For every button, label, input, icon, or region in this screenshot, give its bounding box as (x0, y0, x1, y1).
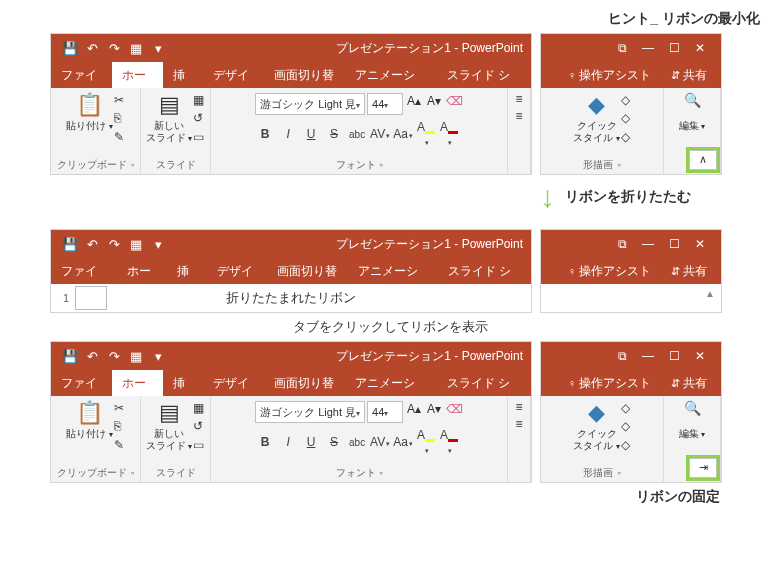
start-icon[interactable]: ▦ (125, 237, 147, 252)
redo-icon[interactable]: ↷ (103, 349, 125, 364)
editing-button[interactable]: 🔍 編集 (670, 92, 714, 133)
clear-format-button[interactable]: ⌫ (445, 94, 463, 114)
tab-home[interactable]: ホーム (117, 258, 167, 284)
font-name-combo[interactable]: 游ゴシック Light 見 (255, 401, 365, 423)
font-size-combo[interactable]: 44 (367, 401, 403, 423)
tab-insert[interactable]: 挿入 (163, 370, 203, 396)
copy-button[interactable]: ⎘ (114, 111, 124, 128)
strike-button[interactable]: S (324, 435, 344, 449)
underline-button[interactable]: U (301, 435, 321, 449)
editing-button[interactable]: 🔍 編集 (670, 400, 714, 441)
dialog-launcher-icon[interactable]: ▫ (380, 160, 383, 170)
section-button[interactable]: ▭ (193, 438, 204, 455)
tab-animation[interactable]: アニメーション (348, 258, 438, 284)
tab-transition[interactable]: 画面切り替え (264, 370, 345, 396)
bullet-button[interactable]: ≡ (515, 400, 522, 417)
bold-button[interactable]: B (255, 127, 275, 141)
redo-icon[interactable]: ↷ (103, 237, 125, 252)
save-icon[interactable]: 💾 (59, 41, 81, 56)
close-button[interactable]: ✕ (687, 349, 713, 363)
shadow-button[interactable]: abc (347, 437, 367, 448)
close-button[interactable]: ✕ (687, 41, 713, 55)
font-size-combo[interactable]: 44 (367, 93, 403, 115)
new-slide-button[interactable]: ▤ 新しい スライド (147, 92, 191, 145)
restore-icon[interactable]: ⧉ (609, 41, 635, 55)
tab-home[interactable]: ホーム (112, 62, 163, 88)
bullet-button[interactable]: ≡ (515, 92, 522, 109)
maximize-button[interactable]: ☐ (661, 237, 687, 251)
format-painter-button[interactable]: ✎ (114, 130, 124, 147)
underline-button[interactable]: U (301, 127, 321, 141)
pin-ribbon-button[interactable]: ⇥ (689, 458, 717, 478)
maximize-button[interactable]: ☐ (661, 349, 687, 363)
tab-slideshow[interactable]: スライド ショー (437, 370, 531, 396)
minimize-button[interactable]: — (635, 237, 661, 251)
shape-fill-button[interactable]: ◇ (621, 401, 630, 418)
close-button[interactable]: ✕ (687, 237, 713, 251)
tab-tell-me[interactable]: 操作アシスト (558, 370, 661, 396)
tab-slideshow[interactable]: スライド ショー (437, 62, 531, 88)
case-button[interactable]: Aa (393, 435, 413, 449)
shadow-button[interactable]: abc (347, 129, 367, 140)
redo-icon[interactable]: ↷ (103, 41, 125, 56)
tab-share[interactable]: 共有 (661, 258, 717, 284)
copy-button[interactable]: ⎘ (114, 419, 124, 436)
strike-button[interactable]: S (324, 127, 344, 141)
tab-animation[interactable]: アニメーション (345, 62, 437, 88)
shape-outline-button[interactable]: ◇ (621, 419, 630, 436)
tab-file[interactable]: ファイル (51, 258, 111, 284)
shape-effects-button[interactable]: ◇ (621, 438, 630, 455)
undo-icon[interactable]: ↶ (81, 41, 103, 56)
tab-tell-me[interactable]: 操作アシスト (558, 62, 661, 88)
highlight-button[interactable]: A (416, 120, 436, 148)
shrink-font-button[interactable]: A▾ (425, 402, 443, 422)
spacing-button[interactable]: AV (370, 127, 390, 141)
format-painter-button[interactable]: ✎ (114, 438, 124, 455)
tab-insert[interactable]: 挿入 (163, 62, 203, 88)
layout-button[interactable]: ▦ (193, 93, 204, 110)
undo-icon[interactable]: ↶ (81, 237, 103, 252)
tab-design[interactable]: デザイン (203, 62, 264, 88)
maximize-button[interactable]: ☐ (661, 41, 687, 55)
shape-effects-button[interactable]: ◇ (621, 130, 630, 147)
cut-button[interactable]: ✂ (114, 93, 124, 110)
quick-styles-button[interactable]: ◆ クイック スタイル (575, 92, 619, 145)
collapse-ribbon-button[interactable]: ∧ (689, 150, 717, 170)
slide-thumbnail[interactable] (75, 286, 107, 310)
section-button[interactable]: ▭ (193, 130, 204, 147)
tab-file[interactable]: ファイル (51, 62, 112, 88)
reset-button[interactable]: ↺ (193, 111, 204, 128)
new-slide-button[interactable]: ▤ 新しい スライド (147, 400, 191, 453)
grow-font-button[interactable]: A▴ (405, 402, 423, 422)
dialog-launcher-icon[interactable]: ▫ (617, 160, 620, 170)
clear-format-button[interactable]: ⌫ (445, 402, 463, 422)
start-icon[interactable]: ▦ (125, 349, 147, 364)
tab-home[interactable]: ホーム (112, 370, 163, 396)
align-button[interactable]: ≡ (515, 417, 522, 434)
layout-button[interactable]: ▦ (193, 401, 204, 418)
tab-animation[interactable]: アニメーション (345, 370, 437, 396)
italic-button[interactable]: I (278, 127, 298, 141)
paste-button[interactable]: 📋 貼り付け (68, 92, 112, 133)
reset-button[interactable]: ↺ (193, 419, 204, 436)
tab-design[interactable]: デザイン (207, 258, 267, 284)
align-button[interactable]: ≡ (515, 109, 522, 126)
qat-more-icon[interactable]: ▾ (147, 349, 169, 364)
bold-button[interactable]: B (255, 435, 275, 449)
spacing-button[interactable]: AV (370, 435, 390, 449)
tab-share[interactable]: 共有 (661, 62, 717, 88)
case-button[interactable]: Aa (393, 127, 413, 141)
tab-design[interactable]: デザイン (203, 370, 264, 396)
tab-insert[interactable]: 挿入 (167, 258, 207, 284)
dialog-launcher-icon[interactable]: ▫ (131, 160, 134, 170)
highlight-button[interactable]: A (416, 428, 436, 456)
undo-icon[interactable]: ↶ (81, 349, 103, 364)
save-icon[interactable]: 💾 (59, 237, 81, 252)
tab-tell-me[interactable]: 操作アシスト (558, 258, 661, 284)
scroll-up-icon[interactable]: ▲ (705, 288, 715, 299)
minimize-button[interactable]: — (635, 349, 661, 363)
qat-more-icon[interactable]: ▾ (147, 237, 169, 252)
grow-font-button[interactable]: A▴ (405, 94, 423, 114)
cut-button[interactable]: ✂ (114, 401, 124, 418)
paste-button[interactable]: 📋 貼り付け (68, 400, 112, 441)
